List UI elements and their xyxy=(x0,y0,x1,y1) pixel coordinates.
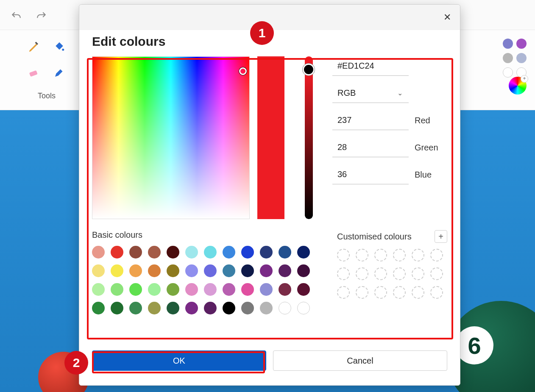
red-input[interactable] xyxy=(332,111,409,130)
custom-color-slot[interactable] xyxy=(412,267,424,280)
custom-color-slot[interactable] xyxy=(374,286,387,299)
custom-color-slot[interactable] xyxy=(430,249,443,261)
basic-color-swatch[interactable] xyxy=(167,246,179,259)
basic-color-swatch[interactable] xyxy=(167,264,179,277)
custom-color-slot[interactable] xyxy=(430,267,443,280)
blue-input[interactable] xyxy=(332,165,409,184)
basic-color-swatch[interactable] xyxy=(260,264,273,277)
basic-color-swatch[interactable] xyxy=(204,283,217,296)
custom-color-slot[interactable] xyxy=(356,286,368,299)
basic-color-swatch[interactable] xyxy=(185,246,198,259)
basic-color-swatch[interactable] xyxy=(92,264,105,277)
basic-color-swatch[interactable] xyxy=(111,283,123,296)
basic-color-swatch[interactable] xyxy=(204,264,217,277)
eraser-tool[interactable] xyxy=(21,60,47,85)
pencil-tool[interactable] xyxy=(21,34,47,60)
custom-color-slot[interactable] xyxy=(374,267,387,280)
basic-color-swatch[interactable] xyxy=(92,302,105,314)
custom-color-slot[interactable] xyxy=(337,249,350,261)
basic-color-swatch[interactable] xyxy=(297,246,310,259)
redo-button[interactable] xyxy=(33,8,50,25)
basic-color-swatch[interactable] xyxy=(241,283,254,296)
basic-color-swatch[interactable] xyxy=(279,283,291,296)
basic-color-swatch[interactable] xyxy=(204,246,217,259)
basic-color-swatch[interactable] xyxy=(223,246,235,259)
undo-button[interactable] xyxy=(8,8,25,25)
basic-color-swatch[interactable] xyxy=(148,302,161,314)
basic-color-swatch[interactable] xyxy=(185,302,198,314)
color-spectrum[interactable] xyxy=(92,56,250,219)
custom-color-slot[interactable] xyxy=(356,249,368,261)
basic-color-swatch[interactable] xyxy=(260,302,273,314)
spectrum-cursor[interactable] xyxy=(239,67,247,75)
basic-color-swatch[interactable] xyxy=(241,246,254,259)
custom-color-slot[interactable] xyxy=(393,286,406,299)
annotation-badge-2: 2 xyxy=(64,351,88,375)
basic-color-swatch[interactable] xyxy=(167,283,179,296)
custom-color-slot[interactable] xyxy=(356,267,368,280)
basic-color-swatch[interactable] xyxy=(260,283,273,296)
fill-tool[interactable] xyxy=(47,34,72,60)
eraser-icon xyxy=(28,66,40,79)
color-preview xyxy=(257,56,284,219)
basic-color-swatch[interactable] xyxy=(92,246,105,259)
color-mode-value: RGB xyxy=(337,88,356,98)
custom-color-slot[interactable] xyxy=(430,286,443,299)
custom-color-slot[interactable] xyxy=(412,286,424,299)
basic-color-swatch[interactable] xyxy=(223,283,235,296)
redo-icon xyxy=(36,11,47,22)
palette-swatch[interactable] xyxy=(516,53,527,63)
basic-color-swatch[interactable] xyxy=(129,283,142,296)
basic-color-swatch[interactable] xyxy=(223,302,235,314)
basic-color-swatch[interactable] xyxy=(279,302,291,314)
custom-color-slot[interactable] xyxy=(337,286,350,299)
custom-colors-grid xyxy=(337,249,447,299)
basic-color-swatch[interactable] xyxy=(111,264,123,277)
color-mode-select[interactable]: RGB ⌄ xyxy=(332,83,409,103)
custom-color-slot[interactable] xyxy=(374,249,387,261)
basic-color-swatch[interactable] xyxy=(297,302,310,314)
hex-input[interactable] xyxy=(332,56,409,76)
ok-button[interactable]: OK xyxy=(92,350,266,371)
palette-swatch-empty[interactable] xyxy=(503,67,513,78)
basic-color-swatch[interactable] xyxy=(241,302,254,314)
luminance-thumb[interactable] xyxy=(303,64,315,75)
palette-swatch[interactable] xyxy=(516,39,527,49)
basic-color-swatch[interactable] xyxy=(297,264,310,277)
edit-colors-button[interactable] xyxy=(509,77,527,95)
basic-color-swatch[interactable] xyxy=(279,264,291,277)
plus-icon: + xyxy=(438,232,443,242)
cancel-button[interactable]: Cancel xyxy=(273,350,447,371)
custom-colors-label: Customised colours xyxy=(337,232,412,242)
basic-color-swatch[interactable] xyxy=(148,246,161,259)
luminance-slider[interactable] xyxy=(305,56,313,219)
basic-color-swatch[interactable] xyxy=(297,283,310,296)
custom-color-slot[interactable] xyxy=(393,249,406,261)
palette-swatch[interactable] xyxy=(503,53,513,63)
custom-color-slot[interactable] xyxy=(412,249,424,261)
custom-color-slot[interactable] xyxy=(337,267,350,280)
basic-color-swatch[interactable] xyxy=(185,283,198,296)
basic-color-swatch[interactable] xyxy=(129,302,142,314)
basic-color-swatch[interactable] xyxy=(185,264,198,277)
palette-swatch[interactable] xyxy=(503,39,513,49)
eyedropper-tool[interactable] xyxy=(47,60,72,85)
basic-color-swatch[interactable] xyxy=(129,246,142,259)
close-icon: ✕ xyxy=(443,12,451,23)
basic-color-swatch[interactable] xyxy=(223,264,235,277)
basic-color-swatch[interactable] xyxy=(204,302,217,314)
custom-color-slot[interactable] xyxy=(393,267,406,280)
add-custom-color-button[interactable]: + xyxy=(435,230,447,243)
basic-color-swatch[interactable] xyxy=(111,302,123,314)
basic-color-swatch[interactable] xyxy=(167,302,179,314)
basic-color-swatch[interactable] xyxy=(129,264,142,277)
basic-color-swatch[interactable] xyxy=(111,246,123,259)
basic-color-swatch[interactable] xyxy=(241,264,254,277)
basic-color-swatch[interactable] xyxy=(148,264,161,277)
green-input[interactable] xyxy=(332,138,409,157)
basic-color-swatch[interactable] xyxy=(279,246,291,259)
basic-color-swatch[interactable] xyxy=(92,283,105,296)
basic-color-swatch[interactable] xyxy=(260,246,273,259)
basic-color-swatch[interactable] xyxy=(148,283,161,296)
close-button[interactable]: ✕ xyxy=(440,11,454,24)
